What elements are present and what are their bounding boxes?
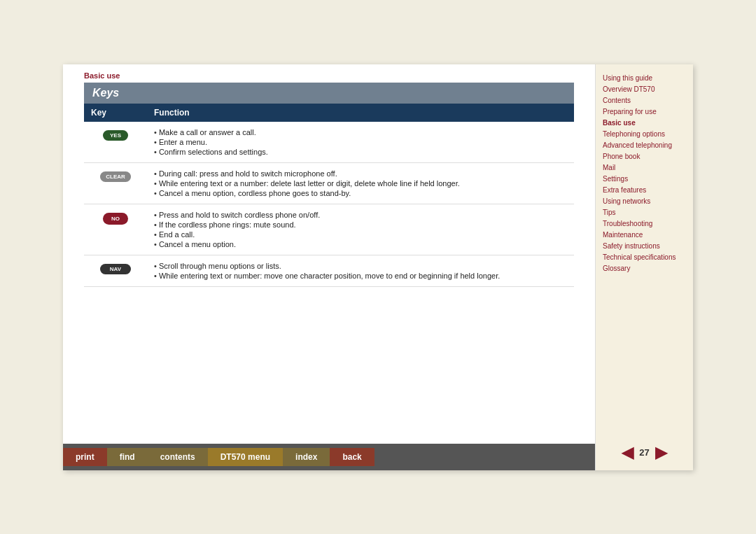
table-row: CLEARDuring call: press and hold to swit… bbox=[84, 162, 574, 204]
sidebar: Using this guideOverview DT570ContentsPr… bbox=[595, 64, 693, 470]
function-item: End a call. bbox=[154, 230, 567, 239]
function-cell-no: Press and hold to switch cordless phone … bbox=[147, 204, 574, 255]
key-button-no: NO bbox=[103, 213, 128, 225]
table-header-row: Key Function bbox=[84, 104, 574, 122]
sidebar-item-basic-use[interactable]: Basic use bbox=[603, 118, 686, 129]
dt570-menu-button[interactable]: DT570 menu bbox=[208, 448, 283, 466]
function-item: Cancel a menu option. bbox=[154, 239, 567, 249]
sidebar-item-mail[interactable]: Mail bbox=[603, 162, 686, 174]
sidebar-item-tips[interactable]: Tips bbox=[603, 207, 686, 218]
function-item: Make a call or answer a call. bbox=[154, 127, 567, 137]
sidebar-item-overview-dt570[interactable]: Overview DT570 bbox=[603, 84, 686, 95]
doc-container: Basic use Keys Key Function YESMake a ca… bbox=[63, 64, 693, 470]
sidebar-item-maintenance[interactable]: Maintenance bbox=[603, 230, 686, 241]
table-row: NAVScroll through menu options or lists.… bbox=[84, 255, 574, 286]
section-title: Keys bbox=[92, 87, 566, 99]
table-wrapper: Key Function YESMake a call or answer a … bbox=[63, 104, 595, 444]
key-button-clear: CLEAR bbox=[100, 171, 131, 182]
sidebar-item-glossary[interactable]: Glossary bbox=[603, 263, 686, 274]
function-item: While entering text or number: move one … bbox=[154, 271, 567, 281]
sidebar-item-settings[interactable]: Settings bbox=[603, 174, 686, 185]
main-content: Basic use Keys Key Function YESMake a ca… bbox=[63, 64, 595, 470]
sidebar-item-telephoning-options[interactable]: Telephoning options bbox=[603, 129, 686, 140]
sidebar-item-extra-features[interactable]: Extra features bbox=[603, 185, 686, 196]
sidebar-item-advanced-telephoning[interactable]: Advanced telephoning bbox=[603, 140, 686, 151]
find-button[interactable]: find bbox=[107, 448, 148, 466]
print-button[interactable]: print bbox=[63, 448, 107, 466]
sidebar-item-preparing-for-use[interactable]: Preparing for use bbox=[603, 106, 686, 118]
page-wrapper: Basic use Keys Key Function YESMake a ca… bbox=[0, 0, 756, 534]
key-cell-clear: CLEAR bbox=[84, 162, 147, 204]
key-icon-clear: CLEAR bbox=[91, 169, 140, 182]
key-cell-no: NO bbox=[84, 204, 147, 255]
table-row: NOPress and hold to switch cordless phon… bbox=[84, 204, 574, 255]
index-button[interactable]: index bbox=[283, 448, 330, 466]
sidebar-navigation: ◀ 27 ▶ bbox=[603, 438, 686, 462]
next-page-arrow[interactable]: ▶ bbox=[655, 444, 667, 462]
function-item: While entering text or a number: delete … bbox=[154, 178, 567, 188]
sidebar-item-phone-book[interactable]: Phone book bbox=[603, 151, 686, 162]
key-icon-nav: NAV bbox=[91, 261, 140, 274]
function-cell-nav: Scroll through menu options or lists.Whi… bbox=[147, 255, 574, 286]
function-item: Scroll through menu options or lists. bbox=[154, 261, 567, 271]
sidebar-item-troubleshooting[interactable]: Troubleshooting bbox=[603, 218, 686, 230]
function-cell-clear: During call: press and hold to switch mi… bbox=[147, 162, 574, 204]
sidebar-item-safety-instructions[interactable]: Safety instructions bbox=[603, 241, 686, 252]
sidebar-item-using-networks[interactable]: Using networks bbox=[603, 196, 686, 207]
function-item: During call: press and hold to switch mi… bbox=[154, 169, 567, 178]
function-item: Confirm selections and settings. bbox=[154, 147, 567, 157]
function-cell-yes: Make a call or answer a call.Enter a men… bbox=[147, 122, 574, 163]
key-icon-yes: YES bbox=[91, 127, 140, 141]
key-button-nav: NAV bbox=[100, 264, 131, 274]
sidebar-item-technical-specifications[interactable]: Technical specifications bbox=[603, 252, 686, 263]
key-button-yes: YES bbox=[103, 130, 128, 141]
table-row: YESMake a call or answer a call.Enter a … bbox=[84, 122, 574, 163]
key-cell-yes: YES bbox=[84, 122, 147, 163]
back-button[interactable]: back bbox=[330, 448, 374, 466]
col-key-header: Key bbox=[84, 104, 147, 122]
sidebar-item-contents[interactable]: Contents bbox=[603, 95, 686, 106]
sidebar-item-using-this-guide[interactable]: Using this guide bbox=[603, 73, 686, 84]
section-title-bar: Keys bbox=[84, 83, 574, 104]
function-item: Press and hold to switch cordless phone … bbox=[154, 210, 567, 220]
breadcrumb: Basic use bbox=[63, 64, 595, 83]
key-icon-no: NO bbox=[91, 210, 140, 225]
bottom-toolbar: print find contents DT570 menu index bac… bbox=[63, 444, 595, 470]
function-item: Cancel a menu option, cordless phone goe… bbox=[154, 188, 567, 198]
contents-button[interactable]: contents bbox=[148, 448, 208, 466]
page-number: 27 bbox=[639, 447, 649, 458]
keys-table: Key Function YESMake a call or answer a … bbox=[84, 104, 574, 287]
function-item: If the cordless phone rings: mute sound. bbox=[154, 220, 567, 230]
function-item: Enter a menu. bbox=[154, 137, 567, 147]
key-cell-nav: NAV bbox=[84, 255, 147, 286]
col-function-header: Function bbox=[147, 104, 574, 122]
prev-page-arrow[interactable]: ◀ bbox=[622, 444, 634, 462]
